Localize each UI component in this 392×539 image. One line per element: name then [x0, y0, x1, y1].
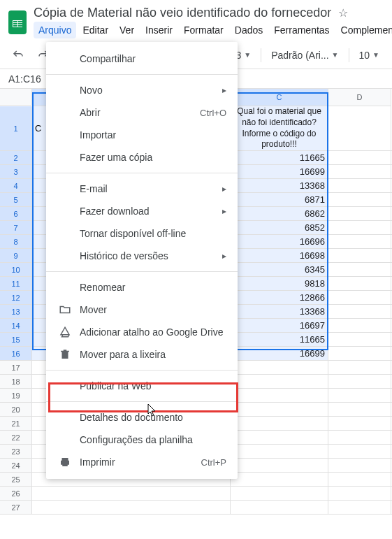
star-icon[interactable]: ☆ [338, 6, 348, 20]
row-header[interactable]: 18 [0, 375, 32, 388]
cell[interactable] [32, 487, 231, 500]
cell[interactable] [328, 333, 391, 346]
select-all-corner[interactable] [0, 89, 32, 106]
cell[interactable]: 16697 [231, 319, 328, 332]
row-header[interactable]: 24 [0, 459, 32, 472]
row-header[interactable]: 8 [0, 235, 32, 248]
cell[interactable] [231, 487, 328, 500]
menu-item-mover[interactable]: Mover [46, 299, 238, 321]
cell[interactable] [328, 106, 391, 150]
cell[interactable] [328, 221, 391, 234]
cell[interactable] [328, 193, 391, 206]
menu-editar[interactable]: Editar [78, 22, 113, 38]
menu-item-renomear[interactable]: Renomear [46, 276, 238, 299]
cell[interactable] [328, 403, 391, 416]
cell[interactable] [328, 361, 391, 374]
row-header[interactable]: 16 [0, 347, 32, 360]
cell[interactable] [328, 291, 391, 304]
row-header[interactable]: 17 [0, 361, 32, 374]
cell[interactable]: 16699 [231, 347, 328, 360]
cell[interactable] [328, 459, 391, 472]
cell[interactable] [328, 445, 391, 458]
cell[interactable] [328, 207, 391, 220]
cell[interactable] [328, 235, 391, 248]
row-header[interactable]: 6 [0, 207, 32, 220]
cell[interactable]: Qual foi o material que não foi identifi… [231, 106, 328, 150]
font-dropdown[interactable]: Padrão (Ari...▼ [267, 50, 342, 61]
cell[interactable] [328, 305, 391, 318]
sheets-logo[interactable] [8, 8, 27, 36]
cell[interactable] [231, 389, 328, 402]
cell[interactable]: 6345 [231, 263, 328, 276]
cell[interactable]: 6862 [231, 207, 328, 220]
cell[interactable]: 16699 [231, 165, 328, 178]
menu-inserir[interactable]: Inserir [140, 22, 177, 38]
menu-item-e-mail[interactable]: E-mail▸ [46, 178, 238, 200]
cell[interactable]: 12866 [231, 291, 328, 304]
cell[interactable] [231, 459, 328, 472]
cell[interactable] [231, 417, 328, 430]
cell[interactable] [32, 501, 231, 514]
menu-ferramentas[interactable]: Ferramentas [269, 22, 334, 38]
cell[interactable] [328, 249, 391, 262]
cell[interactable] [231, 473, 328, 486]
cell[interactable]: 16698 [231, 249, 328, 262]
row-header[interactable]: 11 [0, 277, 32, 290]
row-header[interactable]: 12 [0, 291, 32, 304]
menu-item-imprimir[interactable]: ImprimirCtrl+P [46, 451, 238, 473]
name-box[interactable]: A1:C16 [8, 73, 48, 85]
row-header[interactable]: 5 [0, 193, 32, 206]
cell[interactable]: 9818 [231, 277, 328, 290]
cell[interactable] [328, 389, 391, 402]
column-header-c[interactable]: C [231, 89, 328, 106]
menu-item-detalhes-do-documento[interactable]: Detalhes do documento [46, 406, 238, 429]
row-header[interactable]: 25 [0, 473, 32, 486]
cell[interactable] [328, 431, 391, 444]
menu-formatar[interactable]: Formatar [179, 22, 228, 38]
cell[interactable] [328, 179, 391, 192]
cell[interactable] [328, 165, 391, 178]
row-header[interactable]: 26 [0, 487, 32, 500]
row-header[interactable]: 7 [0, 221, 32, 234]
cell[interactable] [328, 375, 391, 388]
row-header[interactable]: 4 [0, 179, 32, 192]
menu-ver[interactable]: Ver [115, 22, 139, 38]
cell[interactable] [231, 431, 328, 444]
cell[interactable] [231, 403, 328, 416]
cell[interactable]: 11665 [231, 333, 328, 346]
cell[interactable] [231, 445, 328, 458]
row-header[interactable]: 13 [0, 305, 32, 318]
row-header[interactable]: 1 [0, 106, 32, 150]
row-header[interactable]: 20 [0, 403, 32, 416]
menu-item-abrir[interactable]: AbrirCtrl+O [46, 101, 238, 124]
row-header[interactable]: 14 [0, 319, 32, 332]
menu-item-hist-rico-de-vers-es[interactable]: Histórico de versões▸ [46, 245, 238, 267]
menu-item-compartilhar[interactable]: Compartilhar [46, 48, 238, 70]
menu-item-importar[interactable]: Importar [46, 124, 238, 146]
cell[interactable] [231, 375, 328, 388]
row-header[interactable]: 3 [0, 165, 32, 178]
menu-item-adicionar-atalho-ao-google-drive[interactable]: Adicionar atalho ao Google Drive [46, 321, 238, 343]
menu-item-mover-para-a-lixeira[interactable]: Mover para a lixeira [46, 343, 238, 366]
menu-arquivo[interactable]: Arquivo [34, 22, 76, 38]
document-title[interactable]: Cópia de Material não veio identificado … [34, 6, 331, 20]
menu-item-publicar-na-web[interactable]: Publicar na Web [46, 375, 238, 397]
menu-dados[interactable]: Dados [230, 22, 268, 38]
column-header-d[interactable]: D [328, 89, 391, 106]
menu-item-configura-es-da-planilha[interactable]: Configurações da planilha [46, 429, 238, 451]
row-header[interactable]: 22 [0, 431, 32, 444]
menu-item-fazer-uma-c-pia[interactable]: Fazer uma cópia [46, 146, 238, 168]
cell[interactable]: 13368 [231, 179, 328, 192]
row-header[interactable]: 15 [0, 333, 32, 346]
menu-complemen[interactable]: Complemen [336, 22, 392, 38]
row-header[interactable]: 27 [0, 501, 32, 514]
cell[interactable] [328, 473, 391, 486]
row-header[interactable]: 2 [0, 151, 32, 164]
cell[interactable] [328, 151, 391, 164]
undo-button[interactable] [8, 45, 28, 65]
menu-item-tornar-dispon-vel-off-line[interactable]: Tornar disponível off-line [46, 222, 238, 245]
row-header[interactable]: 23 [0, 445, 32, 458]
cell[interactable] [328, 501, 391, 514]
font-size-dropdown[interactable]: 10▼ [355, 50, 384, 61]
cell[interactable] [328, 319, 391, 332]
